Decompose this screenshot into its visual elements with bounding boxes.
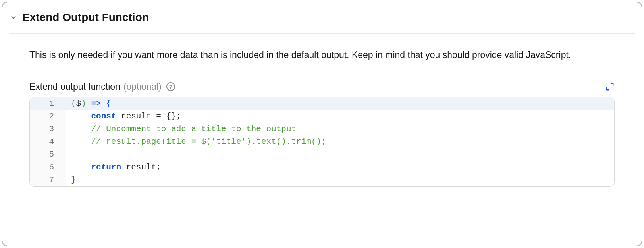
field-label: Extend output function (29, 81, 120, 92)
section-body: This is only needed if you want more dat… (9, 34, 635, 187)
help-icon[interactable]: ? (166, 82, 175, 91)
field-optional: (optional) (123, 81, 162, 92)
code-content[interactable]: // Uncomment to add a title to the outpu… (66, 123, 614, 136)
code-content[interactable]: } (66, 174, 614, 186)
code-line[interactable]: 6 return result; (30, 161, 614, 174)
section-header[interactable]: Extend Output Function (9, 11, 635, 34)
expand-icon[interactable] (605, 82, 615, 91)
code-content[interactable]: const result = {}; (66, 110, 614, 123)
line-number: 1 (30, 97, 66, 110)
section-description: This is only needed if you want more dat… (29, 48, 615, 62)
code-content[interactable] (66, 148, 614, 161)
code-line[interactable]: 7} (30, 174, 614, 186)
corner-marker (2, 235, 13, 246)
code-line[interactable]: 1($) => { (30, 97, 614, 110)
line-number: 6 (30, 161, 66, 174)
code-line[interactable]: 2 const result = {}; (30, 110, 614, 123)
corner-marker (631, 235, 642, 246)
code-content[interactable]: // result.pageTitle = $('title').text().… (66, 136, 614, 148)
line-number: 5 (30, 148, 66, 161)
code-line[interactable]: 5 (30, 148, 614, 161)
code-line[interactable]: 3 // Uncomment to add a title to the out… (30, 123, 614, 136)
code-line[interactable]: 4 // result.pageTitle = $('title').text(… (30, 136, 614, 148)
field-header-row: Extend output function (optional) ? (29, 81, 615, 92)
code-content[interactable]: return result; (66, 161, 614, 174)
chevron-down-icon (9, 13, 18, 22)
code-content[interactable]: ($) => { (66, 97, 614, 110)
section-title: Extend Output Function (22, 11, 149, 24)
line-number: 7 (30, 174, 66, 186)
extend-output-function-section: Extend Output Function This is only need… (0, 0, 644, 187)
code-editor[interactable]: 1($) => {2 const result = {};3 // Uncomm… (29, 97, 615, 187)
line-number: 2 (30, 110, 66, 123)
line-number: 4 (30, 136, 66, 148)
field-label-group: Extend output function (optional) ? (29, 81, 175, 92)
line-number: 3 (30, 123, 66, 136)
